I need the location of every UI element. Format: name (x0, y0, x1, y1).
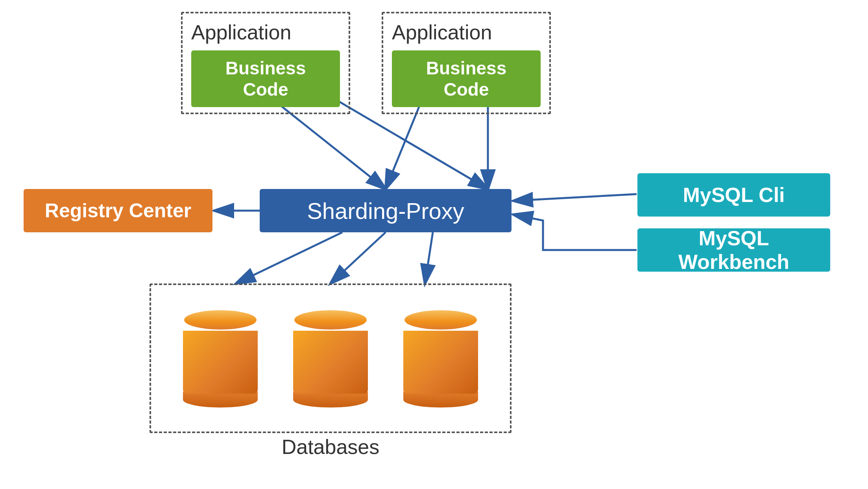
svg-line-8 (236, 232, 342, 283)
app-left-label: Application (191, 20, 340, 44)
database-cylinder-2 (291, 309, 370, 408)
databases-label: Databases (150, 435, 512, 459)
cylinder-1-body (183, 331, 258, 394)
svg-line-9 (331, 232, 386, 283)
database-cylinder-1 (181, 309, 260, 408)
mysql-workbench-label: MySQL Workbench (652, 226, 816, 274)
sharding-proxy-label: Sharding-Proxy (307, 198, 464, 224)
cylinder-2-body (293, 331, 368, 394)
cylinder-2-bottom (293, 392, 368, 408)
diagram-container: Application Business Code Application Bu… (0, 0, 868, 489)
sharding-proxy-box: Sharding-Proxy (260, 189, 512, 232)
cylinder-2-top (293, 309, 368, 331)
business-code-right: Business Code (392, 50, 541, 107)
mysql-cli-box: MySQL Cli (637, 173, 830, 217)
registry-center-label: Registry Center (45, 199, 191, 222)
cylinder-3-body (403, 331, 478, 394)
cylinder-1-bottom (183, 392, 258, 408)
cylinder-3-top (403, 309, 478, 331)
database-cylinder-3 (401, 309, 480, 408)
app-box-right: Application Business Code (382, 12, 551, 114)
mysql-workbench-box: MySQL Workbench (637, 228, 830, 272)
app-right-label: Application (392, 20, 541, 44)
registry-center-box: Registry Center (24, 189, 212, 232)
database-cylinders (150, 283, 512, 433)
cylinder-1-top (183, 309, 258, 331)
business-code-left: Business Code (191, 50, 340, 107)
svg-line-10 (425, 232, 433, 283)
app-box-left: Application Business Code (181, 12, 350, 114)
svg-line-7 (513, 194, 637, 201)
mysql-cli-label: MySQL Cli (683, 183, 785, 207)
cylinder-3-bottom (403, 392, 478, 408)
